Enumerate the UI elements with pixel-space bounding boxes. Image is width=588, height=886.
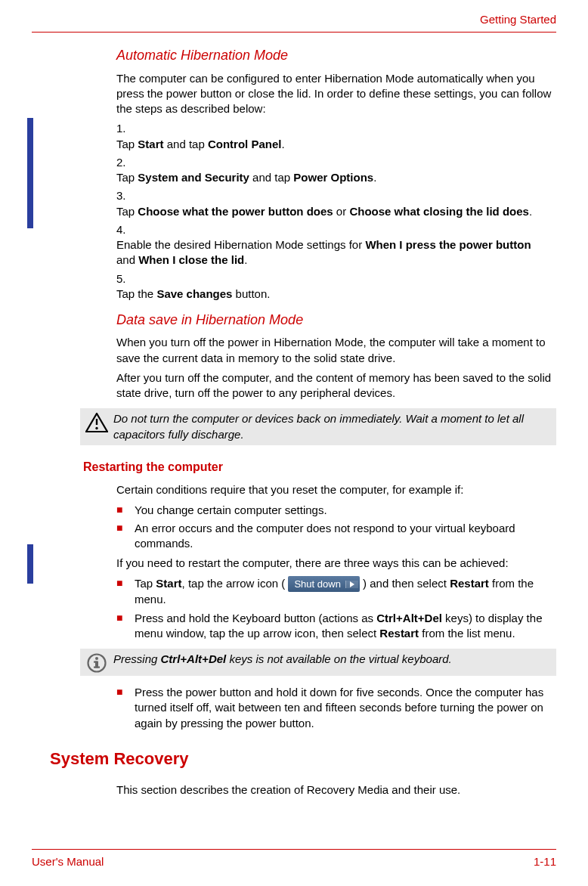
step-1: 1. Tap Start and tap Control Panel.: [116, 121, 556, 152]
warning-callout: Do not turn the computer or devices back…: [80, 408, 556, 445]
paragraph: When you turn off the power in Hibernati…: [116, 335, 556, 366]
list-item: ■Press the power button and hold it down…: [116, 685, 556, 731]
svg-point-2: [95, 427, 97, 429]
paragraph: This section describes the creation of R…: [116, 782, 556, 798]
square-bullet-icon: ■: [116, 685, 135, 731]
footer-right: 1-11: [534, 854, 556, 869]
list-item: ■ Tap Start, tap the arrow icon ( Shut d…: [116, 576, 556, 608]
step-2: 2. Tap System and Security and tap Power…: [116, 155, 556, 186]
square-bullet-icon: ■: [116, 521, 135, 552]
heading-restarting: Restarting the computer: [83, 459, 556, 476]
paragraph: After you turn off the computer, and the…: [116, 370, 556, 401]
heading-system-recovery: System Recovery: [50, 748, 556, 770]
info-callout: Pressing Ctrl+Alt+Del keys is not availa…: [80, 649, 556, 676]
footer-left: User's Manual: [32, 854, 104, 869]
paragraph: If you need to restart the computer, the…: [116, 556, 556, 571]
svg-marker-3: [350, 581, 354, 587]
warning-icon: [80, 411, 113, 432]
shutdown-label: Shut down: [294, 578, 340, 591]
svg-point-5: [95, 657, 98, 660]
svg-rect-8: [94, 667, 100, 668]
info-text: Pressing Ctrl+Alt+Del keys is not availa…: [113, 652, 550, 667]
list-item: ■ Press and hold the Keyboard button (ac…: [116, 611, 556, 642]
svg-rect-7: [94, 661, 97, 663]
step-3: 3. Tap Choose what the power button does…: [116, 188, 556, 219]
step-5: 5. Tap the Save changes button.: [116, 271, 556, 302]
list-item: ■You change certain computer settings.: [116, 503, 556, 518]
square-bullet-icon: ■: [116, 576, 135, 590]
subheading-auto-hibernation: Automatic Hibernation Mode: [116, 46, 556, 64]
square-bullet-icon: ■: [116, 503, 135, 518]
list-item: ■An error occurs and the computer does n…: [116, 521, 556, 552]
page-header: Getting Started: [32, 12, 556, 33]
info-icon: [80, 652, 113, 673]
subheading-data-save: Data save in Hibernation Mode: [116, 311, 556, 329]
page-footer: User's Manual 1-11: [32, 849, 556, 869]
square-bullet-icon: ■: [116, 611, 135, 642]
shutdown-button-image: Shut down: [288, 576, 359, 593]
paragraph: The computer can be configured to enter …: [116, 71, 556, 117]
step-4: 4. Enable the desired Hibernation Mode s…: [116, 222, 556, 268]
arrow-icon: [345, 581, 358, 588]
warning-text: Do not turn the computer or devices back…: [113, 411, 550, 442]
paragraph: Certain conditions require that you rese…: [116, 482, 556, 497]
revision-mark: [27, 544, 33, 584]
revision-mark: [27, 118, 33, 228]
